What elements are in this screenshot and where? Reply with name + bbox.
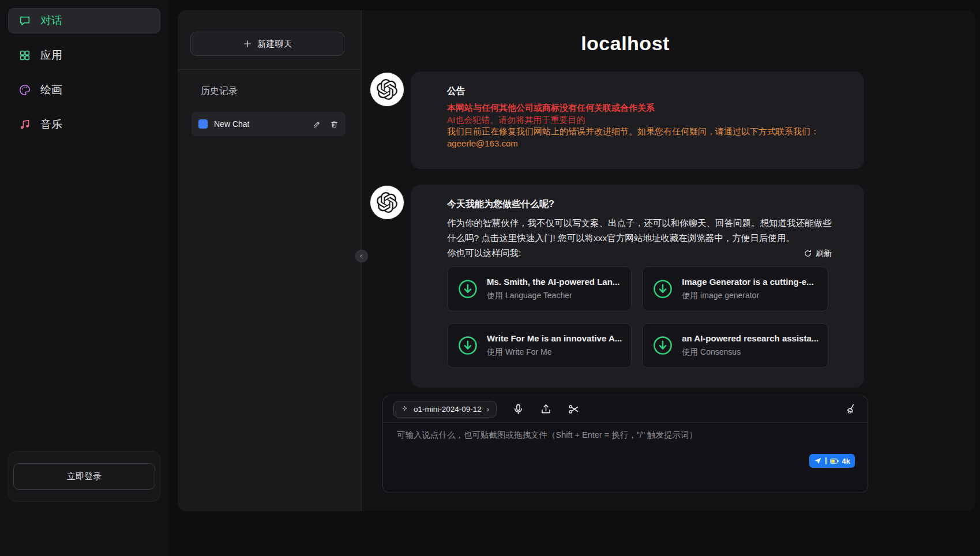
clear-context-button[interactable] (845, 403, 857, 415)
sidebar-item-label: 应用 (40, 48, 62, 63)
contact-email-link[interactable]: ageerle@163.com (447, 138, 518, 150)
login-panel: 立即登录 (8, 451, 160, 502)
palette-icon (18, 84, 31, 96)
circle-arrow-down-icon (652, 335, 674, 356)
refresh-label: 刷新 (816, 249, 832, 259)
sidebar-nav: 对话 应用 绘画 音乐 (0, 0, 168, 145)
token-count: 4k (842, 457, 850, 465)
scissors-icon (568, 403, 580, 415)
welcome-body: 作为你的智慧伙伴，我不仅可以写文案、出点子，还可以和你聊天、回答问题。想知道我还… (447, 216, 832, 246)
suggestion-subtitle: 使用 Write For Me (487, 347, 622, 358)
circle-arrow-down-icon (652, 278, 674, 300)
suggestion-title: Write For Me is an innovative A... (487, 333, 622, 343)
message-input[interactable] (397, 430, 855, 465)
sidebar-item-chat[interactable]: 对话 (8, 8, 160, 33)
sparkle-icon (401, 405, 408, 413)
announcement-line2: AI也会犯错。请勿将其用于重要目的 (447, 114, 832, 126)
sidebar-item-apps[interactable]: 应用 (8, 43, 160, 68)
login-button[interactable]: 立即登录 (13, 463, 155, 490)
upload-button[interactable] (540, 403, 552, 415)
new-chat-label: 新建聊天 (258, 39, 292, 50)
scissors-button[interactable] (568, 403, 580, 415)
suggestion-subtitle: 使用 Consensus (682, 347, 818, 358)
suggestion-title: an AI-powered research assista... (682, 333, 818, 343)
microphone-button[interactable] (512, 403, 524, 415)
music-icon (18, 118, 31, 131)
history-divider (178, 69, 361, 70)
assistant-avatar (370, 73, 404, 106)
collapse-sidebar-button[interactable] (355, 250, 368, 262)
suggestion-grid: Ms. Smith, the AI-powered Lan... 使用 Lang… (447, 266, 820, 368)
refresh-button[interactable]: 刷新 (803, 249, 832, 259)
openai-logo-icon (377, 79, 397, 100)
apps-icon (18, 49, 31, 62)
assistant-avatar (370, 186, 404, 219)
delete-icon[interactable] (330, 120, 339, 129)
composer-toolbar: o1-mini-2024-09-12 › (383, 396, 868, 423)
chat-color-icon (198, 119, 208, 129)
model-selector[interactable]: o1-mini-2024-09-12 › (393, 401, 497, 418)
edit-icon[interactable] (313, 120, 321, 129)
broom-icon (845, 403, 857, 415)
badge-divider (825, 457, 827, 464)
new-chat-button[interactable]: 新建聊天 (190, 32, 344, 56)
openai-logo-icon (377, 192, 397, 213)
announcement-line3: 我们目前正在修复我们网站上的错误并改进细节。如果您有任何疑问，请通过以下方式联系… (447, 126, 832, 138)
announcement-line1: 本网站与任何其他公司或商标没有任何关联或合作关系 (447, 102, 832, 114)
history-pane: 新建聊天 历史记录 New Chat (178, 10, 362, 511)
chat-icon (18, 14, 31, 27)
suggestion-title: Ms. Smith, the AI-powered Lan... (487, 277, 619, 287)
sidebar-item-label: 绘画 (40, 82, 62, 97)
paper-plane-icon (814, 457, 822, 465)
battery-icon (830, 458, 839, 464)
welcome-title: 今天我能为您做些什么呢? (447, 198, 832, 211)
sidebar-item-label: 音乐 (40, 117, 62, 132)
announcement-message: 公告 本网站与任何其他公司或商标没有任何关联或合作关系 AI也会犯错。请勿将其用… (411, 72, 864, 169)
circle-arrow-down-icon (457, 335, 479, 356)
suggestion-card[interactable]: Image Generator is a cutting-e... 使用 ima… (642, 266, 828, 311)
page-title: localhost (382, 32, 868, 55)
history-heading: 历史记录 (201, 85, 238, 97)
sidebar-item-draw[interactable]: 绘画 (8, 77, 160, 103)
suggestion-title: Image Generator is a cutting-e... (682, 277, 813, 287)
welcome-message: 今天我能为您做些什么呢? 作为你的智慧伙伴，我不仅可以写文案、出点子，还可以和你… (411, 185, 864, 388)
composer: o1-mini-2024-09-12 › 4k (382, 396, 868, 493)
sidebar-item-music[interactable]: 音乐 (8, 112, 160, 137)
announcement-title: 公告 (447, 85, 832, 97)
suggestion-subtitle: 使用 Language Teacher (487, 291, 619, 301)
suggestion-subtitle: 使用 image generator (682, 291, 813, 301)
sidebar-item-label: 对话 (40, 13, 62, 28)
history-list-item[interactable]: New Chat (192, 112, 346, 136)
upload-icon (540, 403, 552, 415)
circle-arrow-down-icon (457, 278, 479, 300)
suggestion-card[interactable]: an AI-powered research assista... 使用 Con… (642, 323, 828, 368)
model-name: o1-mini-2024-09-12 (414, 405, 482, 414)
history-item-title: New Chat (214, 119, 306, 129)
sidebar: 对话 应用 绘画 音乐 立即登录 (0, 0, 168, 556)
ask-hint: 你也可以这样问我: (447, 247, 521, 260)
chevron-left-icon (358, 253, 365, 260)
microphone-icon (512, 403, 524, 415)
suggestion-card[interactable]: Write For Me is an innovative A... 使用 Wr… (447, 323, 632, 368)
plus-icon (243, 39, 252, 48)
chevron-right-icon: › (487, 405, 489, 414)
suggestion-card[interactable]: Ms. Smith, the AI-powered Lan... 使用 Lang… (447, 266, 632, 311)
refresh-icon (803, 249, 812, 258)
send-token-badge[interactable]: 4k (809, 454, 855, 468)
